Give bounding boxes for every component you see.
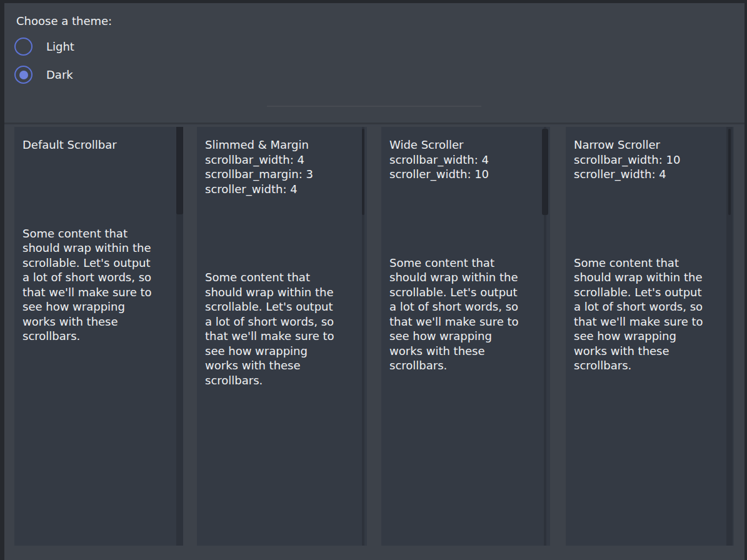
radio-button-icon[interactable] xyxy=(14,38,33,56)
panel-title: Default Scrollbar xyxy=(23,138,174,152)
scrollbar-thumb[interactable] xyxy=(362,129,364,215)
scroll-demo-panels: Default Scrollbar Some content that shou… xyxy=(0,127,747,546)
panel-content: Some content that should wrap within the… xyxy=(389,256,537,373)
window-frame-top xyxy=(0,0,747,3)
section-divider xyxy=(267,106,481,107)
radio-option-light[interactable]: Light xyxy=(14,38,74,56)
radio-label: Light xyxy=(46,39,74,54)
panel-title: Narrow Scroller xyxy=(574,138,725,152)
panel-content: Some content that should wrap within the… xyxy=(205,270,353,388)
window-frame-right xyxy=(744,0,747,560)
radio-option-dark[interactable]: Dark xyxy=(14,66,74,84)
panel-title: Wide Scroller xyxy=(389,138,541,152)
scroll-panel[interactable]: Wide Scroller scrollbar_width: 4 scrolle… xyxy=(381,127,550,546)
radio-dot xyxy=(19,42,28,51)
scrollbar-thumb[interactable] xyxy=(176,127,183,214)
radio-dot xyxy=(19,71,28,79)
panel-content: Some content that should wrap within the… xyxy=(23,226,170,344)
panel-title: Slimmed & Margin xyxy=(205,138,358,152)
panel-params: scrollbar_width: 4 scroller_width: 10 xyxy=(389,152,541,182)
radio-label: Dark xyxy=(46,68,73,82)
theme-radio-group: Light Dark xyxy=(14,38,74,94)
radio-button-icon[interactable] xyxy=(14,66,33,84)
panel-params: scrollbar_width: 10 scroller_width: 4 xyxy=(574,152,725,182)
panel-content: Some content that should wrap within the… xyxy=(574,256,721,373)
scroll-panel[interactable]: Slimmed & Margin scrollbar_width: 4 scro… xyxy=(197,127,367,546)
panel-params: scrollbar_width: 4 scrollbar_margin: 3 s… xyxy=(205,152,358,197)
scrollbar-thumb[interactable] xyxy=(728,129,731,215)
scroll-panel[interactable]: Narrow Scroller scrollbar_width: 10 scro… xyxy=(566,127,734,546)
window-frame-left xyxy=(0,0,4,560)
scrollbar-thumb[interactable] xyxy=(542,129,548,215)
scroll-panel[interactable]: Default Scrollbar Some content that shou… xyxy=(14,127,183,546)
panels-top-edge xyxy=(0,122,747,124)
theme-prompt: Choose a theme: xyxy=(16,14,112,29)
